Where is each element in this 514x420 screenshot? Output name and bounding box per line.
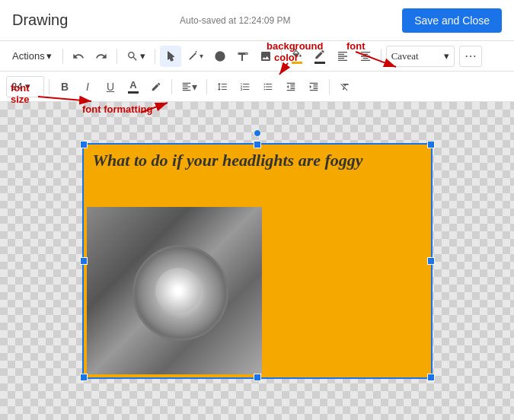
drawing-image-area bbox=[84, 173, 431, 377]
autosave-status: Auto-saved at 12:24:09 PM bbox=[180, 15, 290, 26]
bold-button[interactable]: B bbox=[54, 76, 75, 97]
underline-button[interactable]: U bbox=[100, 76, 121, 97]
font-color-button[interactable]: A bbox=[123, 76, 144, 97]
header: Drawing Auto-saved at 12:24:09 PM Save a… bbox=[0, 0, 514, 41]
drawing-box: What to do if your headlights are foggy bbox=[82, 143, 433, 379]
font-size-selector[interactable]: 24 ▾ bbox=[6, 76, 44, 97]
italic-button[interactable]: I bbox=[77, 76, 98, 97]
ordered-list-button[interactable] bbox=[235, 76, 256, 97]
divider-4 bbox=[281, 49, 282, 64]
undo-button[interactable] bbox=[68, 46, 89, 67]
background-color-button[interactable] bbox=[286, 46, 308, 67]
line-spacing-button[interactable] bbox=[212, 76, 233, 97]
indent-less-button[interactable] bbox=[280, 76, 302, 97]
more-options-button[interactable]: ⋯ bbox=[459, 46, 482, 67]
handle-middle-left[interactable] bbox=[80, 257, 88, 265]
handle-bottom-left[interactable] bbox=[80, 374, 88, 381]
text-tool-button[interactable] bbox=[232, 46, 254, 67]
image-tool-button[interactable] bbox=[255, 46, 276, 67]
font-color-swatch bbox=[128, 91, 139, 94]
background-color-swatch bbox=[292, 62, 302, 64]
clear-format-button[interactable] bbox=[334, 76, 356, 97]
actions-menu-button[interactable]: Actions ▾ bbox=[6, 47, 58, 65]
canvas-area[interactable]: What to do if your headlights are foggy bbox=[0, 102, 514, 420]
redo-button[interactable] bbox=[91, 46, 112, 67]
handle-bottom-right[interactable] bbox=[427, 374, 435, 381]
handle-bottom-middle[interactable] bbox=[254, 374, 261, 381]
save-close-button[interactable]: Save and Close bbox=[402, 8, 502, 33]
handle-middle-right[interactable] bbox=[427, 257, 435, 265]
toolbar-primary: Actions ▾ ▾ ▾ Caveat bbox=[0, 41, 514, 72]
divider-6 bbox=[49, 79, 49, 94]
line-tool-button[interactable]: ▾ bbox=[183, 46, 208, 67]
align-center-button[interactable] bbox=[355, 46, 376, 67]
divider-2 bbox=[117, 49, 117, 64]
divider-7 bbox=[171, 79, 172, 94]
font-size-chevron-icon: ▾ bbox=[25, 81, 30, 92]
align-left-button[interactable] bbox=[332, 46, 353, 67]
rotation-handle[interactable] bbox=[254, 129, 261, 137]
divider-3 bbox=[155, 49, 155, 64]
car-headlight-image bbox=[87, 207, 262, 374]
text-align-button[interactable]: ▾ bbox=[177, 76, 202, 97]
zoom-chevron: ▾ bbox=[140, 50, 145, 62]
divider-5 bbox=[381, 49, 382, 64]
line-color-swatch bbox=[314, 62, 325, 64]
divider-1 bbox=[62, 49, 63, 64]
handle-top-right[interactable] bbox=[427, 141, 435, 148]
font-chevron-icon: ▾ bbox=[444, 50, 449, 62]
highlight-button[interactable] bbox=[145, 76, 167, 97]
zoom-button[interactable]: ▾ bbox=[122, 47, 150, 65]
handle-top-left[interactable] bbox=[80, 141, 88, 148]
svg-point-0 bbox=[215, 52, 225, 61]
shape-tool-button[interactable] bbox=[209, 46, 231, 67]
drawing-title: What to do if your headlights are foggy bbox=[84, 145, 431, 173]
line-color-button[interactable] bbox=[309, 46, 330, 67]
divider-8 bbox=[206, 79, 207, 94]
toolbar-secondary: 24 ▾ B I U A ▾ bbox=[0, 72, 514, 102]
select-tool-button[interactable] bbox=[160, 46, 181, 67]
bullet-list-button[interactable] bbox=[257, 76, 279, 97]
divider-9 bbox=[329, 79, 330, 94]
app-title: Drawing bbox=[12, 11, 68, 29]
handle-top-middle[interactable] bbox=[254, 141, 261, 148]
font-selector[interactable]: Caveat ▾ bbox=[386, 46, 455, 67]
indent-more-button[interactable] bbox=[303, 76, 324, 97]
